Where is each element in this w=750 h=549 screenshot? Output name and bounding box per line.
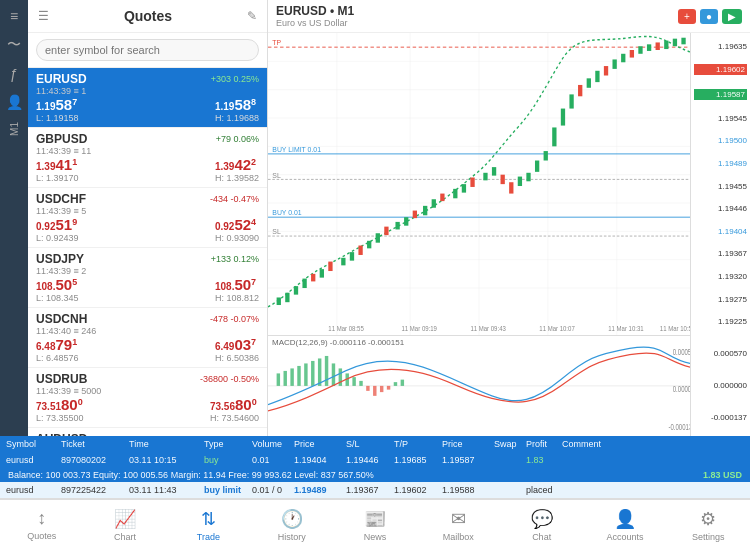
nav-news[interactable]: 📰 News <box>333 500 416 549</box>
quote-item[interactable]: USDCNH -478 -0.07% 11:43:40 ≡ 246 6.4879… <box>28 308 267 368</box>
nav-settings[interactable]: ⚙ Settings <box>667 500 750 549</box>
svg-rect-32 <box>395 222 399 230</box>
price-label-3: 1.19587 <box>694 89 747 100</box>
svg-rect-81 <box>304 364 307 386</box>
pending-profit: placed <box>526 485 562 495</box>
svg-rect-48 <box>544 151 548 160</box>
sidebar-function-icon[interactable]: ƒ <box>10 66 18 82</box>
nav-trade[interactable]: ⇅ Trade <box>167 500 250 549</box>
chart-nav-label: Chart <box>114 532 136 542</box>
chart-symbol: EURUSD • M1 <box>276 4 354 18</box>
svg-rect-59 <box>638 46 642 54</box>
col-ticket: Ticket <box>61 439 129 449</box>
pending-tp: 1.19602 <box>394 485 442 495</box>
svg-rect-94 <box>394 382 397 386</box>
nav-mailbox[interactable]: ✉ Mailbox <box>417 500 500 549</box>
mailbox-nav-label: Mailbox <box>443 532 474 542</box>
svg-rect-49 <box>552 127 556 146</box>
low-high: L: 1.39170 <box>36 173 79 183</box>
svg-text:SL: SL <box>272 227 280 236</box>
chart-svg: TP BUY LIMIT 0.01 SL BUY 0.01 SL 11 Mar … <box>268 33 690 335</box>
macd-price-3: -0.000137 <box>694 413 747 422</box>
price-change: +79 0.06% <box>216 134 259 144</box>
svg-rect-82 <box>311 361 314 386</box>
svg-rect-60 <box>647 44 651 51</box>
ask-price: 1.39422 <box>215 160 256 172</box>
left-sidebar: ≡ 〜 ƒ 👤 M1 <box>0 0 28 436</box>
col-profit: Profit <box>526 439 562 449</box>
pending-symbol: eurusd <box>6 485 61 495</box>
macd-price-axis: 0.000570 0.000000 -0.000137 <box>690 335 750 436</box>
svg-rect-58 <box>630 50 634 58</box>
chart-btn-blue[interactable]: ● <box>700 9 718 24</box>
high-low: H: 1.19688 <box>215 113 259 123</box>
svg-text:BUY 0.01: BUY 0.01 <box>272 208 301 217</box>
orders-header: Symbol Ticket Time Type Volume Price S/L… <box>0 436 750 452</box>
nav-chat[interactable]: 💬 Chat <box>500 500 583 549</box>
active-tp: 1.19685 <box>394 455 442 465</box>
ask-price: 108.507 <box>215 280 256 292</box>
high-low: H: 73.54600 <box>210 413 259 423</box>
nav-quotes[interactable]: ↕ Quotes <box>0 500 83 549</box>
quote-meta: 11:43:39 ≡ 5 <box>36 206 259 216</box>
quote-symbol: USDRUB <box>36 372 87 386</box>
price-label-10: 1.19367 <box>694 249 747 258</box>
ask-price: 73.56800 <box>210 400 257 412</box>
edit-icon[interactable]: ✎ <box>247 9 257 23</box>
svg-rect-20 <box>285 293 289 302</box>
svg-text:BUY LIMIT 0.01: BUY LIMIT 0.01 <box>272 145 321 154</box>
sidebar-user-icon[interactable]: 👤 <box>6 94 23 110</box>
sidebar-wave-icon[interactable]: 〜 <box>7 36 21 54</box>
main-container: ≡ 〜 ƒ 👤 M1 ☰ Quotes ✎ EURUSD +303 0.25% <box>0 0 750 549</box>
quote-item[interactable]: USDCHF -434 -0.47% 11:43:39 ≡ 5 0.92519 … <box>28 188 267 248</box>
low-high: L: 6.48576 <box>36 353 79 363</box>
balance-text: Balance: 100 003.73 Equity: 100 005.56 M… <box>8 470 374 480</box>
svg-rect-45 <box>518 177 522 186</box>
sidebar-menu-icon[interactable]: ≡ <box>10 8 18 24</box>
col-type: Type <box>204 439 252 449</box>
search-input[interactable] <box>36 39 259 61</box>
quote-item[interactable]: AUDUSD +372 0.48% 0.77709 0.77715 <box>28 428 267 436</box>
list-icon[interactable]: ☰ <box>38 9 49 23</box>
quote-item[interactable]: USDRUB -36800 -0.50% 11:43:39 ≡ 5000 73.… <box>28 368 267 428</box>
svg-rect-89 <box>359 381 362 386</box>
pending-volume: 0.01 / 0 <box>252 485 294 495</box>
chart-btn-green[interactable]: ▶ <box>722 9 742 24</box>
quotes-list: EURUSD +303 0.25% 11:43:39 ≡ 1 1.19587 L… <box>28 68 267 436</box>
nav-accounts[interactable]: 👤 Accounts <box>583 500 666 549</box>
svg-rect-63 <box>673 39 677 47</box>
svg-rect-38 <box>453 189 457 198</box>
active-symbol: eurusd <box>6 455 61 465</box>
chart-header: EURUSD • M1 Euro vs US Dollar + ● ▶ <box>268 0 750 33</box>
quotes-panel: ☰ Quotes ✎ EURUSD +303 0.25% 11:43:39 ≡ … <box>28 0 268 436</box>
quote-meta: 11:43:39 ≡ 5000 <box>36 386 259 396</box>
col-volume: Volume <box>252 439 294 449</box>
chat-nav-label: Chat <box>532 532 551 542</box>
quote-item[interactable]: EURUSD +303 0.25% 11:43:39 ≡ 1 1.19587 L… <box>28 68 267 128</box>
nav-history[interactable]: 🕐 History <box>250 500 333 549</box>
col-tp: T/P <box>394 439 442 449</box>
high-low: H: 108.812 <box>215 293 259 303</box>
quotes-nav-icon: ↕ <box>37 508 46 529</box>
price-label-13: 1.19225 <box>694 317 747 326</box>
bid-price: 0.92519 <box>36 220 77 232</box>
balance-bar: Balance: 100 003.73 Equity: 100 005.56 M… <box>0 468 750 482</box>
pending-order-row[interactable]: eurusd 897225422 03.11 11:43 buy limit 0… <box>0 482 750 499</box>
svg-rect-44 <box>509 182 513 193</box>
high-low: H: 0.93090 <box>215 233 259 243</box>
price-axis: 1.19635 1.19602 1.19587 1.19545 1.19500 … <box>690 33 750 335</box>
mailbox-nav-icon: ✉ <box>451 508 466 530</box>
chart-btn-red[interactable]: + <box>678 9 696 24</box>
price-label-7: 1.19455 <box>694 182 747 191</box>
nav-chart[interactable]: 📈 Chart <box>83 500 166 549</box>
quote-item[interactable]: USDJPY +133 0.12% 11:43:39 ≡ 2 108.505 L… <box>28 248 267 308</box>
chart-nav-icon: 📈 <box>114 508 136 530</box>
macd-price-1: 0.000570 <box>694 349 747 358</box>
svg-rect-22 <box>302 279 306 288</box>
bid-price: 108.505 <box>36 280 77 292</box>
quote-symbol: EURUSD <box>36 72 87 86</box>
price-change: +303 0.25% <box>211 74 259 84</box>
quote-item[interactable]: GBPUSD +79 0.06% 11:43:39 ≡ 11 1.39411 L… <box>28 128 267 188</box>
svg-text:11 Mar 10:07: 11 Mar 10:07 <box>539 324 575 331</box>
active-order-row[interactable]: eurusd 897080202 03.11 10:15 buy 0.01 1.… <box>0 452 750 468</box>
